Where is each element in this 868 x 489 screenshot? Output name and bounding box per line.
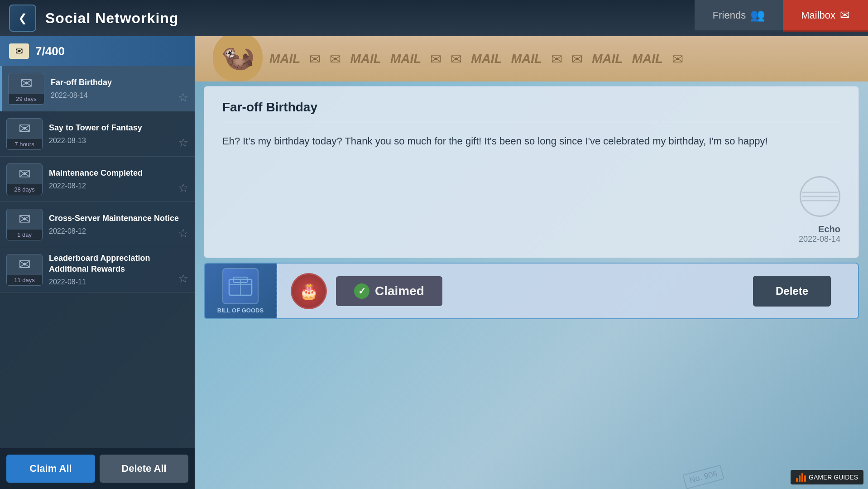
mail-item-date: 2022-08-13 xyxy=(49,137,188,145)
delete-all-button[interactable]: Delete All xyxy=(100,455,188,483)
mail-item-icon: ✉ 29 days xyxy=(8,73,44,105)
star-icon[interactable]: ☆ xyxy=(178,136,188,150)
left-panel: ✉ 7/400 ✉ 29 days Far-off Birthday 2022-… xyxy=(0,36,195,489)
mail-count-bar: ✉ 7/400 xyxy=(0,36,195,66)
gg-bar-2 xyxy=(799,475,801,482)
header: ❮ Social Networking Friends 👥 Mailbox ✉ xyxy=(0,0,868,36)
gamer-guides-label: GAMER GUIDES xyxy=(809,474,858,481)
claimed-section: 🎂 ✓ Claimed Delete xyxy=(277,273,858,309)
mail-item-title: Cross-Server Maintenance Notice xyxy=(49,213,188,224)
list-item[interactable]: ✉ 28 days Maintenance Completed 2022-08-… xyxy=(0,157,195,202)
claimed-check-icon: ✓ xyxy=(354,283,369,299)
mail-item-content: Cross-Server Maintenance Notice 2022-08-… xyxy=(49,213,188,235)
mail-body: Eh? It's my birthday today? Thank you so… xyxy=(222,133,840,149)
claimed-label: Claimed xyxy=(375,284,424,298)
strip-envelope-5: ✉ xyxy=(451,51,462,67)
mailbox-icon: ✉ xyxy=(840,8,850,22)
otter-mascot: 🦦 xyxy=(213,36,263,82)
list-item[interactable]: ✉ 1 day Cross-Server Maintenance Notice … xyxy=(0,202,195,247)
mailbox-label: Mailbox xyxy=(801,10,835,21)
stamp-line-3 xyxy=(802,200,838,201)
gg-bar-3 xyxy=(801,473,803,482)
strip-text-7: MAIL xyxy=(632,52,663,66)
mail-item-icon: ✉ 1 day xyxy=(6,209,43,240)
mail-content-area: Far-off Birthday Eh? It's my birthday to… xyxy=(204,86,859,258)
claim-all-button[interactable]: Claim All xyxy=(6,455,95,483)
strip-envelope-2: ✉ xyxy=(309,51,321,67)
mail-age: 29 days xyxy=(9,94,44,104)
mail-age: 28 days xyxy=(7,184,42,195)
list-item[interactable]: ✉ 7 hours Say to Tower of Fantasy 2022-0… xyxy=(0,111,195,157)
claimed-item-icon: 🎂 xyxy=(291,273,327,309)
right-panel: 🦦 ✉ MAIL ✉ ✉ MAIL MAIL ✉ ✉ MAIL MAIL ✉ ✉… xyxy=(195,36,868,489)
star-icon[interactable]: ☆ xyxy=(178,181,188,195)
mail-item-icon: ✉ 7 hours xyxy=(6,118,43,150)
strip-text-3: MAIL xyxy=(390,52,421,66)
mail-item-title: Maintenance Completed xyxy=(49,168,188,178)
envelope-icon: ✉ xyxy=(19,256,31,273)
stamp-lines xyxy=(802,189,838,204)
claimed-badge: ✓ Claimed xyxy=(336,276,442,306)
mail-item-icon: ✉ 11 days xyxy=(6,254,43,286)
mail-sender: Echo xyxy=(799,224,840,235)
strip-envelope-6: ✉ xyxy=(551,51,562,67)
star-icon[interactable]: ☆ xyxy=(178,272,188,286)
mail-age: 11 days xyxy=(7,275,42,285)
attachment-item-box: BILL OF GOODS xyxy=(205,264,277,318)
stamp-circle xyxy=(800,176,840,217)
star-icon[interactable]: ☆ xyxy=(178,91,188,105)
stamp-line-1 xyxy=(802,192,838,193)
strip-envelope-3: ✉ xyxy=(330,51,341,67)
mail-item-content: Far-off Birthday 2022-08-14 xyxy=(51,77,188,100)
mail-strip-pattern: ✉ MAIL ✉ ✉ MAIL MAIL ✉ ✉ MAIL MAIL ✉ ✉ M… xyxy=(195,36,868,82)
tab-friends[interactable]: Friends 👥 xyxy=(695,0,783,32)
mail-stamp-area: Echo 2022-08-14 xyxy=(799,176,840,244)
strip-text-2: MAIL xyxy=(350,52,381,66)
mail-item-title: Far-off Birthday xyxy=(51,77,188,88)
mail-count-icon: ✉ xyxy=(9,43,29,59)
mail-strip: 🦦 ✉ MAIL ✉ ✉ MAIL MAIL ✉ ✉ MAIL MAIL ✉ ✉… xyxy=(195,36,868,82)
list-item[interactable]: ✉ 11 days Leaderboard Appreciation Addit… xyxy=(0,247,195,292)
friends-icon: 👥 xyxy=(750,8,765,22)
mail-age: 7 hours xyxy=(7,139,42,149)
item-label: BILL OF GOODS xyxy=(217,307,264,314)
mail-date-stamp: 2022-08-14 xyxy=(799,235,840,244)
mail-count: 7/400 xyxy=(35,44,65,58)
list-item[interactable]: ✉ 29 days Far-off Birthday 2022-08-14 ☆ xyxy=(0,66,195,111)
bottom-buttons: Claim All Delete All xyxy=(0,448,195,489)
envelope-icon: ✉ xyxy=(19,165,31,182)
gamer-guides-badge: GAMER GUIDES xyxy=(791,470,863,484)
gamer-guides-watermark: GAMER GUIDES xyxy=(732,453,868,489)
star-icon[interactable]: ☆ xyxy=(178,226,188,240)
mail-item-date: 2022-08-12 xyxy=(49,227,188,235)
strip-envelope-4: ✉ xyxy=(430,51,441,67)
strip-text-6: MAIL xyxy=(592,52,623,66)
attachment-area: BILL OF GOODS 🎂 ✓ Claimed Delete xyxy=(204,263,859,319)
strip-text-5: MAIL xyxy=(511,52,542,66)
strip-text-4: MAIL xyxy=(471,52,502,66)
friends-label: Friends xyxy=(713,10,746,21)
gg-bar-1 xyxy=(796,478,798,482)
mail-item-content: Say to Tower of Fantasy 2022-08-13 xyxy=(49,123,188,145)
mail-item-date: 2022-08-12 xyxy=(49,182,188,190)
item-icon xyxy=(222,268,259,304)
top-tabs: Friends 👥 Mailbox ✉ xyxy=(695,0,868,32)
page-title: Social Networking xyxy=(45,10,178,27)
mail-item-content: Leaderboard Appreciation Additional Rewa… xyxy=(49,253,188,286)
delete-button[interactable]: Delete xyxy=(753,276,831,307)
mail-item-date: 2022-08-11 xyxy=(49,278,188,286)
mail-item-date: 2022-08-14 xyxy=(51,91,188,100)
gg-bar-4 xyxy=(804,475,806,482)
tab-mailbox[interactable]: Mailbox ✉ xyxy=(783,0,868,32)
mail-item-content: Maintenance Completed 2022-08-12 xyxy=(49,168,188,190)
mail-item-title: Say to Tower of Fantasy xyxy=(49,123,188,133)
mail-item-title: Leaderboard Appreciation Additional Rewa… xyxy=(49,253,188,274)
envelope-icon: ✉ xyxy=(19,120,31,137)
gg-bars-icon xyxy=(796,473,806,482)
mail-age: 1 day xyxy=(7,230,42,240)
mail-item-icon: ✉ 28 days xyxy=(6,163,43,195)
strip-envelope-7: ✉ xyxy=(571,51,583,67)
back-button[interactable]: ❮ xyxy=(9,5,36,32)
mail-list: ✉ 29 days Far-off Birthday 2022-08-14 ☆ … xyxy=(0,66,195,448)
mail-subject: Far-off Birthday xyxy=(222,100,840,122)
